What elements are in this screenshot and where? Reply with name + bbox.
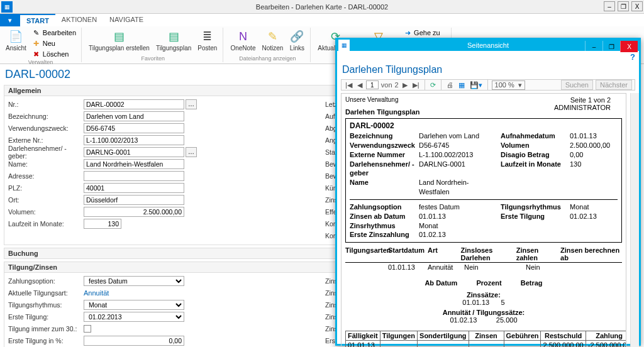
new-icon: ✚ (32, 39, 41, 48)
zoom-select[interactable]: 100 %▾ (492, 80, 525, 90)
tilgungimmer-label: Tilgung immer zum 30.: (8, 325, 84, 333)
plan-icon: ▤ (166, 29, 181, 44)
tilgungimmer-checkbox[interactable] (84, 325, 91, 333)
links-button[interactable]: 🔗Links (287, 28, 306, 53)
page-total: 2 (395, 81, 399, 89)
page-of-label: von (381, 81, 392, 89)
nr-label: Nr.: (8, 101, 84, 108)
preview-app-icon: ▦ (338, 40, 350, 51)
tab-aktionen[interactable]: AKTIONEN (55, 14, 103, 26)
prev-page-button[interactable]: ◀ (356, 81, 364, 89)
tilgungsarten-row: 01.01.13 Annuität Nein Nein (345, 263, 622, 272)
erstetilgung-select[interactable]: 01.02.2013 (84, 312, 184, 322)
chevron-down-icon: ▾ (518, 81, 522, 89)
preview-heading: Darlehen Tilgungsplan (337, 63, 639, 79)
next-page-button[interactable]: ▶ (401, 81, 409, 89)
preview-scrollbar[interactable] (630, 93, 639, 347)
tab-start[interactable]: START (20, 14, 55, 26)
preview-title: Seitenansicht (467, 41, 509, 49)
ansicht-button[interactable]: 📄Ansicht (4, 28, 28, 53)
erstetilgungpct-field[interactable] (84, 336, 184, 346)
window-title: Bearbeiten - Darlehen Karte - DARL-00002 (256, 3, 388, 11)
zahlungsoption-select[interactable]: festes Datum (84, 276, 184, 286)
export-button[interactable]: 💾▾ (469, 81, 484, 89)
bezeichnung-field[interactable] (84, 111, 184, 121)
adresse-label: Adresse: (8, 172, 84, 180)
notizen-button[interactable]: ✎Notizen (260, 28, 285, 53)
nr-field[interactable] (84, 99, 184, 109)
preview-minimize-button[interactable]: – (585, 41, 602, 52)
app-icon: ▦ (1, 1, 13, 13)
onenote-icon: N (235, 29, 250, 44)
tilgungsart-label: Aktuelle Tilgungsart: (8, 289, 84, 297)
gehezu-button[interactable]: ➜Gehe zu (402, 28, 447, 38)
layout-button[interactable]: ▦ (457, 81, 466, 89)
last-page-button[interactable]: ▶| (411, 81, 421, 89)
nr-lookup[interactable]: … (186, 99, 197, 109)
darlehensnehmer-field[interactable] (84, 147, 184, 157)
bearbeiten-button[interactable]: ✎Bearbeiten (31, 28, 77, 38)
notes-icon: ✎ (265, 29, 280, 44)
loeschen-button[interactable]: ✖Löschen (31, 49, 77, 59)
minimize-button[interactable]: – (604, 1, 615, 11)
bezeichnung-label: Bezeichnung: (8, 113, 84, 120)
find-next-button[interactable]: Nächster (596, 80, 632, 90)
preview-maximize-button[interactable]: ❐ (602, 41, 620, 52)
refresh-preview-button[interactable]: ⟳ (429, 81, 437, 89)
first-page-button[interactable]: |◀ (344, 81, 353, 89)
plz-field[interactable] (84, 183, 184, 193)
ort-label: Ort: (8, 196, 84, 204)
plz-label: PLZ: (8, 184, 84, 192)
window-titlebar: ▦ Bearbeiten - Darlehen Karte - DARL-000… (0, 0, 644, 14)
preview-window: ▦ Seitenansicht – ❐ X ? Darlehen Tilgung… (335, 38, 641, 346)
preview-page: Unsere Verwaltung Seite 1 von 2 ADMINIST… (341, 93, 626, 347)
print-button[interactable]: 🖨 (445, 81, 455, 89)
preview-help-button[interactable]: ? (630, 52, 635, 62)
view-icon: 📄 (8, 29, 23, 44)
adresse-field[interactable] (84, 171, 184, 181)
zahlungsoption-label: Zahlungsoption: (8, 277, 84, 285)
name-field[interactable] (84, 159, 184, 169)
verwendungszweck-label: Verwendungszweck: (8, 124, 84, 132)
posten-icon: ≣ (200, 29, 215, 44)
close-button[interactable]: X (631, 1, 643, 11)
maximize-button[interactable]: ❐ (618, 1, 629, 11)
page-number-field[interactable] (366, 80, 379, 89)
summary-id: DARL-00002 (350, 121, 618, 130)
neu-button[interactable]: ✚Neu (31, 38, 77, 48)
volumen-field[interactable] (84, 207, 184, 217)
posten-button[interactable]: ≣Posten (196, 28, 219, 53)
verwendungszweck-field[interactable] (84, 123, 184, 133)
erstetilgung-label: Erste Tilgung: (8, 313, 84, 321)
preview-titlebar: ▦ Seitenansicht – ❐ X (337, 40, 639, 51)
volumen-label: Volumen: (8, 208, 84, 216)
preview-user: ADMINISTRATOR (554, 104, 611, 111)
tilgungsplan-erstellen-button[interactable]: ▤Tilgungsplan erstellen (87, 28, 152, 53)
edit-icon: ✎ (32, 28, 41, 37)
find-button[interactable]: Suchen (561, 80, 593, 90)
externenr-label: Externe Nr.: (8, 136, 84, 144)
tilgungsarten-header: Tilgungsarten Startdatum Art Zinsloses D… (345, 246, 622, 263)
name-label: Name: (8, 160, 84, 168)
ort-field[interactable] (84, 195, 184, 205)
onenote-button[interactable]: NOneNote (228, 28, 257, 53)
ribbon-tabs: ▾ START AKTIONEN NAVIGATE (0, 14, 644, 26)
preview-page-indicator: Seite 1 von 2 (554, 96, 611, 104)
tilgungsplan-button[interactable]: ▤Tilgungsplan (154, 28, 193, 53)
preview-toolbar: |◀ ◀ von 2 ▶ ▶| ⟳ 🖨 ▦ 💾▾ 100 %▾ Suchen N… (341, 79, 635, 91)
tilgung-table: FälligkeitTilgungenSondertilgungZinsenGe… (345, 331, 626, 347)
laufzeit-label: Laufzeit in Monate: (8, 220, 84, 228)
tilgungsart-link[interactable]: Annuität (84, 289, 109, 297)
group-favoriten-label: Favoriten (141, 55, 165, 62)
darlehensnehmer-lookup[interactable]: … (186, 147, 197, 157)
tab-navigate[interactable]: NAVIGATE (103, 14, 150, 26)
tilgungsrhythmus-select[interactable]: Monat (84, 300, 184, 310)
externenr-field[interactable] (84, 135, 184, 145)
laufzeit-field[interactable] (84, 219, 121, 229)
preview-close-button[interactable]: X (620, 41, 638, 52)
file-menu[interactable]: ▾ (0, 14, 20, 26)
darlehensnehmer-label: Darlehensnehmer/ -geber: (8, 145, 84, 160)
tilgungsrhythmus-label: Tilgungsrhythmus: (8, 301, 84, 309)
group-datei-label: Dateianhang anzeigen (239, 55, 296, 62)
links-icon: 🔗 (289, 29, 304, 44)
